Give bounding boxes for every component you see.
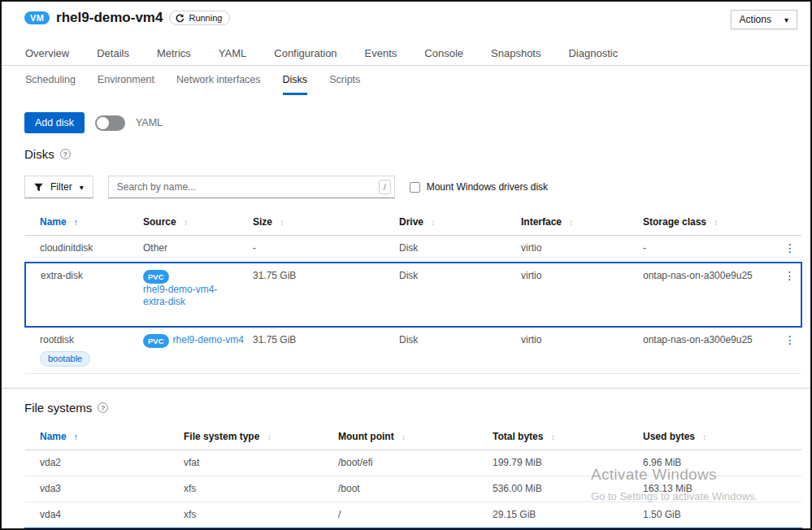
configuration-sub-tab-bar: SchedulingEnvironmentNetwork interfacesD… <box>2 66 810 95</box>
column-header-label: Storage class <box>643 216 706 228</box>
disks-section-heading: Disks ? <box>24 147 799 161</box>
question-circle-icon[interactable]: ? <box>60 149 71 159</box>
pvc-link[interactable]: rhel9-demo-vm4-extra-disk <box>143 284 224 308</box>
cell-disk-drive: Disk <box>399 236 521 263</box>
tab-events[interactable]: Events <box>365 47 397 59</box>
filesystems-heading-label: File systems <box>24 401 92 415</box>
filesystems-section-heading: File systems ? <box>24 401 799 415</box>
cell-fs-name: vda3 <box>25 476 184 502</box>
arrows-up-down-icon: ↕ <box>184 217 189 227</box>
tab-yaml[interactable]: YAML <box>219 47 246 59</box>
arrows-up-down-icon: ↕ <box>267 432 271 441</box>
cell-disk-storage-class: ontap-nas-on-a300e9u25 <box>643 263 779 327</box>
kebab-menu-button[interactable]: ⋮ <box>784 242 796 254</box>
arrows-up-down-icon: ↕ <box>702 432 707 441</box>
pvc-link[interactable]: rhel9-demo-vm4 <box>173 334 244 346</box>
disk-name: extra-disk <box>41 270 137 282</box>
column-header-label: Drive <box>399 216 423 228</box>
filesystem-row-vda2: vda2vfat/boot/efi199.79 MiB6.96 MiB <box>25 450 801 476</box>
cell-fs-total-bytes: 29.15 GiB <box>493 502 643 529</box>
cell-disk-drive: Disk <box>399 263 521 327</box>
column-header-label: Mount point <box>338 431 394 442</box>
cell-disk-interface: virtio <box>521 263 643 327</box>
mount-windows-drivers-checkbox[interactable] <box>410 182 420 193</box>
subtab-disks[interactable]: Disks <box>283 74 308 95</box>
cell-fs-type: xfs <box>184 502 338 529</box>
disks-tab-content: Add disk YAML Disks ? Filter ▾ / Mount <box>2 95 810 530</box>
vm-title-group: VM rhel9-demo-vm4 Running <box>24 10 230 26</box>
column-header-name[interactable]: Name↑ <box>25 425 184 450</box>
tab-diagnostic[interactable]: Diagnostic <box>568 47 618 59</box>
vm-status-label: Running <box>189 13 222 23</box>
mount-windows-drivers-label: Mount Windows drivers disk <box>427 181 548 193</box>
cell-fs-used-bytes: 163.13 MiB <box>643 476 801 502</box>
column-header-name[interactable]: Name↑ <box>25 211 143 236</box>
arrows-up-down-icon: ↕ <box>569 217 574 227</box>
filesystem-row-vda3: vda3xfs/boot536.00 MiB163.13 MiB <box>25 476 801 502</box>
arrows-up-down-icon: ↕ <box>280 217 284 227</box>
vm-status-badge[interactable]: Running <box>169 11 230 25</box>
tab-details[interactable]: Details <box>97 47 129 59</box>
question-circle-icon[interactable]: ? <box>98 402 108 413</box>
column-header-drive[interactable]: Drive↕ <box>399 211 521 236</box>
filesystem-row-vda4: vda4xfs/29.15 GiB1.50 GiB <box>25 502 801 529</box>
yaml-toggle[interactable] <box>95 115 125 131</box>
disks-heading-label: Disks <box>24 147 54 161</box>
cell-disk-interface: virtio <box>521 236 643 263</box>
column-header-size[interactable]: Size↕ <box>253 211 399 236</box>
column-header-file-system-type[interactable]: File system type↕ <box>184 425 338 450</box>
mount-windows-drivers-option: Mount Windows drivers disk <box>410 181 548 193</box>
cell-disk-name: cloudinitdisk <box>25 236 143 263</box>
add-disk-button[interactable]: Add disk <box>24 112 85 133</box>
keyboard-shortcut-hint: / <box>379 180 391 194</box>
actions-button[interactable]: Actions ▾ <box>731 10 797 29</box>
page-title: rhel9-demo-vm4 <box>56 10 163 26</box>
subtab-network-interfaces[interactable]: Network interfaces <box>176 74 261 95</box>
tab-configuration[interactable]: Configuration <box>274 47 337 59</box>
cell-row-actions: ⋮ <box>779 327 801 374</box>
column-header-source[interactable]: Source↕ <box>143 211 253 236</box>
tab-metrics[interactable]: Metrics <box>157 47 191 59</box>
cell-fs-mount-point: / <box>338 502 493 529</box>
subtab-environment[interactable]: Environment <box>98 74 154 95</box>
tab-overview[interactable]: Overview <box>25 47 69 59</box>
column-header-mount-point[interactable]: Mount point↕ <box>338 425 493 450</box>
column-header-label: Name <box>40 216 67 228</box>
cell-row-actions: ⋮ <box>779 236 801 263</box>
cell-disk-source: PVCrhel9-demo-vm4-extra-disk <box>143 263 253 327</box>
cell-fs-mount-point: /boot <box>338 476 493 502</box>
disks-toolbar: Filter ▾ / Mount Windows drivers disk <box>24 176 799 198</box>
arrow-up-icon: ↑ <box>74 217 79 227</box>
column-header-label: Size <box>253 216 272 228</box>
funnel-icon <box>34 183 43 192</box>
cell-disk-size: 31.75 GiB <box>253 263 399 327</box>
sync-icon <box>176 14 185 23</box>
column-header-interface[interactable]: Interface↕ <box>521 211 643 236</box>
vm-details-page: VM rhel9-demo-vm4 Running Actions ▾ Over… <box>0 0 812 530</box>
cell-disk-size: - <box>253 236 399 263</box>
filter-dropdown-label: Filter <box>50 181 72 193</box>
disk-name: rootdisk <box>40 334 137 346</box>
cell-disk-source: Other <box>143 236 253 263</box>
vm-page-header: VM rhel9-demo-vm4 Running Actions ▾ <box>2 2 810 41</box>
column-header-used-bytes[interactable]: Used bytes↕ <box>643 425 801 450</box>
subtab-scheduling[interactable]: Scheduling <box>25 74 76 95</box>
arrow-up-icon: ↑ <box>74 432 79 441</box>
filesystems-table-header-row: Name↑File system type↕Mount point↕Total … <box>25 425 801 450</box>
cell-row-actions: ⋮ <box>779 263 801 327</box>
column-header-label: Name <box>40 431 67 442</box>
disks-table: Name↑Source↕Size↕Drive↕Interface↕Storage… <box>24 211 802 374</box>
kebab-menu-button[interactable]: ⋮ <box>784 334 796 345</box>
cell-disk-source: PVCrhel9-demo-vm4 <box>143 327 253 374</box>
cell-fs-type: vfat <box>184 450 338 476</box>
search-input[interactable] <box>108 176 395 198</box>
cell-fs-total-bytes: 536.00 MiB <box>493 476 643 502</box>
column-header-total-bytes[interactable]: Total bytes↕ <box>493 425 643 450</box>
subtab-scripts[interactable]: Scripts <box>329 74 360 95</box>
filter-dropdown[interactable]: Filter ▾ <box>24 176 93 198</box>
cell-fs-name: vda2 <box>25 450 184 476</box>
column-header-storage-class[interactable]: Storage class↕ <box>643 211 779 236</box>
tab-console[interactable]: Console <box>424 47 463 59</box>
tab-snapshots[interactable]: Snapshots <box>491 47 541 59</box>
kebab-menu-button[interactable]: ⋮ <box>784 270 796 281</box>
